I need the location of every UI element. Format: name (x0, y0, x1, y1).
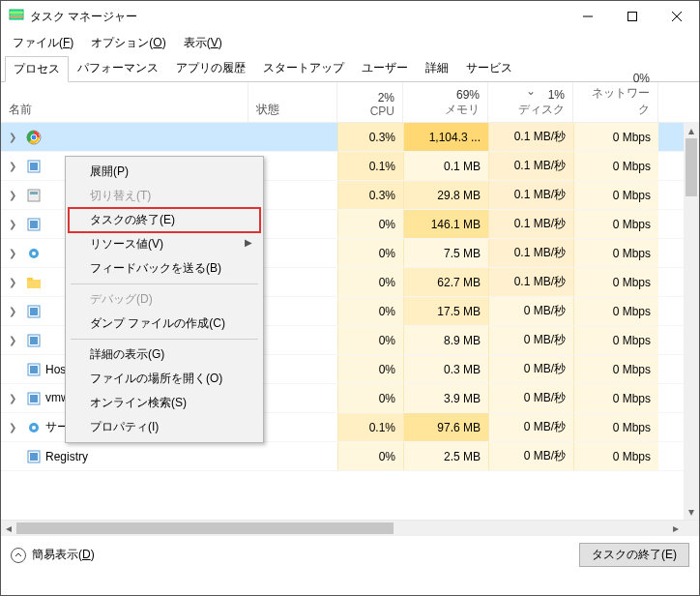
expand-icon[interactable]: ❯ (9, 335, 22, 345)
process-name: Registry (45, 450, 88, 463)
expand-icon[interactable]: ❯ (9, 190, 22, 200)
window-title: タスク マネージャー (30, 9, 566, 25)
hscroll-track[interactable] (16, 521, 668, 535)
svg-point-9 (31, 134, 37, 140)
tab-2[interactable]: アプリの履歴 (167, 55, 254, 81)
process-icon (26, 130, 42, 145)
menu-item[interactable]: タスクの終了(E) (69, 208, 260, 232)
process-icon (26, 217, 42, 232)
menu-divider (71, 283, 258, 284)
svg-rect-0 (10, 10, 23, 19)
cell-disk: 0.1 MB/秒 (488, 152, 573, 180)
cell-network: 0 Mbps (573, 326, 658, 354)
cell-cpu: 0% (337, 297, 403, 325)
process-icon (26, 275, 42, 290)
footer: 簡易表示(D) タスクの終了(E) (1, 535, 699, 574)
svg-rect-31 (30, 453, 38, 461)
process-icon (26, 449, 42, 464)
process-icon (26, 420, 42, 435)
cell-disk: 0.1 MB/秒 (488, 181, 573, 209)
maximize-button[interactable] (610, 1, 655, 32)
cell-network: 0 Mbps (573, 123, 658, 151)
end-task-button[interactable]: タスクの終了(E) (579, 543, 689, 567)
cell-disk: 0 MB/秒 (488, 442, 573, 470)
menu-item[interactable]: プロパティ(I) (69, 415, 260, 439)
table-row[interactable]: ❯0.3%1,104.3 ...0.1 MB/秒0 Mbps (1, 123, 699, 152)
expand-icon[interactable]: ❯ (9, 219, 22, 229)
expand-icon[interactable]: ❯ (9, 277, 22, 287)
cell-cpu: 0.1% (337, 413, 403, 441)
svg-rect-4 (628, 13, 637, 21)
header-network[interactable]: 0%ネットワーク (573, 82, 658, 122)
process-icon (26, 188, 42, 203)
process-icon (26, 391, 42, 406)
cell-cpu: 0% (337, 239, 403, 267)
cell-cpu: 0.3% (337, 181, 403, 209)
cell-disk: 0 MB/秒 (488, 384, 573, 412)
tab-0[interactable]: プロセス (5, 56, 69, 82)
process-icon (26, 362, 42, 377)
tab-1[interactable]: パフォーマンス (69, 55, 167, 81)
cell-memory: 62.7 MB (403, 268, 488, 296)
menu-item[interactable]: 展開(P) (69, 160, 260, 184)
menu-item[interactable]: オンライン検索(S) (69, 391, 260, 415)
process-icon (26, 246, 42, 261)
menu-view[interactable]: 表示(V) (178, 33, 228, 53)
cell-network: 0 Mbps (573, 297, 658, 325)
scroll-up-icon[interactable]: ▴ (684, 123, 699, 138)
table-row[interactable]: Registry0%2.5 MB0 MB/秒0 Mbps (1, 442, 699, 471)
menu-item[interactable]: フィードバックを送る(B) (69, 256, 260, 281)
cell-cpu: 0.1% (337, 152, 403, 180)
cell-memory: 7.5 MB (403, 239, 488, 267)
menu-item[interactable]: リソース値(V)▶ (69, 232, 260, 256)
menu-item[interactable]: 詳細の表示(G) (69, 343, 260, 367)
cell-network: 0 Mbps (573, 239, 658, 267)
header-status[interactable]: 状態 (248, 82, 337, 122)
chevron-up-icon (11, 548, 26, 563)
cell-memory: 0.1 MB (403, 152, 488, 180)
header-disk[interactable]: ⌄1%ディスク (488, 82, 573, 122)
header-name[interactable]: 名前 (1, 82, 248, 122)
fewer-details-toggle[interactable]: 簡易表示(D) (11, 547, 95, 563)
tab-3[interactable]: スタートアップ (254, 55, 353, 81)
scroll-thumb[interactable] (685, 138, 697, 196)
cell-disk: 0.1 MB/秒 (488, 268, 573, 296)
menu-options[interactable]: オプション(O) (85, 33, 171, 53)
minimize-button[interactable] (566, 1, 610, 32)
scroll-left-icon[interactable]: ◂ (1, 522, 16, 535)
menu-item[interactable]: ファイルの場所を開く(O) (69, 367, 260, 391)
process-icon (26, 159, 42, 174)
expand-icon[interactable]: ❯ (9, 306, 22, 316)
scroll-right-icon[interactable]: ▸ (668, 522, 684, 535)
hscroll-thumb[interactable] (16, 522, 394, 534)
tab-6[interactable]: サービス (457, 55, 521, 81)
cell-cpu: 0% (337, 384, 403, 412)
menu-item: 切り替え(T) (69, 184, 260, 208)
cell-name: Registry (1, 442, 248, 470)
header-memory[interactable]: 69%メモリ (403, 82, 488, 122)
svg-rect-18 (27, 280, 41, 288)
cell-disk: 0 MB/秒 (488, 355, 573, 383)
svg-rect-25 (30, 366, 38, 373)
scroll-down-icon[interactable]: ▾ (684, 504, 699, 520)
expand-icon[interactable]: ❯ (9, 422, 22, 432)
tab-5[interactable]: 詳細 (417, 55, 457, 81)
expand-icon[interactable]: ❯ (9, 132, 22, 142)
expand-icon[interactable]: ❯ (9, 248, 22, 258)
cell-name: ❯ (1, 123, 248, 151)
tab-4[interactable]: ユーザー (353, 55, 417, 81)
cell-memory: 8.9 MB (403, 326, 488, 354)
column-headers: 名前 状態 2%CPU 69%メモリ ⌄1%ディスク 0%ネットワーク (1, 82, 699, 123)
cell-memory: 17.5 MB (403, 297, 488, 325)
close-button[interactable] (655, 1, 699, 32)
header-cpu[interactable]: 2%CPU (337, 82, 403, 122)
cell-cpu: 0.3% (337, 123, 403, 151)
menu-file[interactable]: ファイル(F) (7, 33, 79, 53)
menu-item[interactable]: ダンプ ファイルの作成(C) (69, 312, 260, 336)
expand-icon[interactable]: ❯ (9, 393, 22, 403)
sort-indicator-icon: ⌄ (526, 84, 536, 98)
horizontal-scrollbar[interactable]: ◂ ▸ (1, 520, 699, 535)
cell-memory: 2.5 MB (403, 442, 488, 470)
vertical-scrollbar[interactable]: ▴ ▾ (684, 123, 699, 520)
expand-icon[interactable]: ❯ (9, 161, 22, 171)
